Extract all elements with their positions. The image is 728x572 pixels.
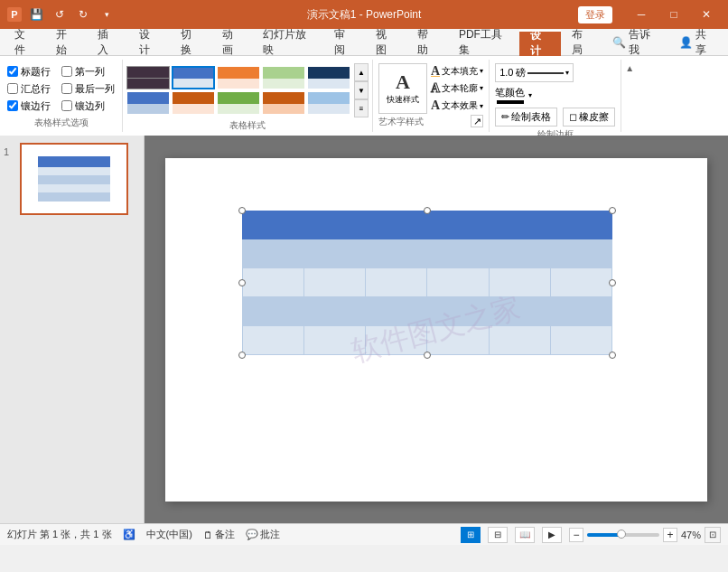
checkbox-header-row[interactable]: 标题行 [7,65,51,79]
zoom-level[interactable]: 47% [681,530,701,540]
gallery-item-5[interactable] [307,66,350,89]
close-button[interactable]: ✕ [692,5,721,23]
gallery-row: ▲ ▼ ≡ [126,63,369,117]
checkbox-banded-cols[interactable]: 镶边列 [61,99,105,113]
thickness-selector[interactable]: 1.0 磅 ▾ [495,63,574,82]
notes-icon: 🗒 [203,530,213,540]
share-button[interactable]: 👤 共享 [668,29,724,55]
total-row-checkbox[interactable] [7,83,18,94]
handle-bottom-left[interactable] [238,352,246,359]
window-title: 演示文稿1 - PowerPoint [307,7,422,23]
search-icon: 🔍 [612,36,626,49]
banded-cols-checkbox[interactable] [61,100,72,111]
notes-button[interactable]: 🗒 备注 [203,528,235,541]
handle-top-left[interactable] [238,207,246,214]
quick-styles-button[interactable]: A 快速样式 [378,63,427,114]
slide-table[interactable] [242,211,612,355]
tab-animations[interactable]: 动画 [211,29,253,55]
checkbox-last-col[interactable]: 最后一列 [61,82,115,96]
reading-view-button[interactable]: 📖 [515,527,535,543]
zoom-in-button[interactable]: + [663,528,677,542]
checkbox-banded-rows[interactable]: 镶边行 [7,99,51,113]
mini-table-preview [38,156,110,202]
draw-border-group: 1.0 磅 ▾ 笔颜色 ▾ ✏ 绘制表格 ◻ [490,60,621,132]
redo-button[interactable]: ↻ [74,5,92,23]
gallery-item-8[interactable] [217,91,260,115]
tab-review[interactable]: 审阅 [323,29,365,55]
gallery-scroll-down[interactable]: ▼ [354,81,369,99]
collapse-icon: ▲ [625,63,634,73]
comments-icon: 💬 [246,529,258,540]
pen-color-button[interactable]: 笔颜色 [495,86,525,104]
gallery-item-2[interactable] [172,66,215,89]
art-styles-expand-icon[interactable]: ↗ [471,115,483,127]
maximize-button[interactable]: □ [659,5,688,23]
undo-button[interactable]: ↺ [51,5,69,23]
table-styles-gallery-group: ▲ ▼ ≡ 表格样式 [123,60,373,132]
gallery-scroll-up[interactable]: ▲ [354,63,369,81]
handle-bottom-middle[interactable] [424,352,431,359]
gallery-item-3[interactable] [217,66,260,89]
ribbon-collapse-button[interactable]: ▲ [621,60,638,132]
tell-me-button[interactable]: 🔍 告诉我 [602,29,667,55]
tab-design[interactable]: 设计 [128,29,170,55]
tab-table-design[interactable]: 设计 [519,30,561,56]
gallery-expand[interactable]: ≡ [354,99,369,117]
slide-thumbnail[interactable] [20,143,128,215]
tab-help[interactable]: 帮助 [406,29,448,55]
handle-top-right[interactable] [609,207,616,214]
tab-transitions[interactable]: 切换 [170,29,211,55]
language-indicator[interactable]: 中文(中国) [146,528,192,541]
zoom-out-button[interactable]: − [569,528,583,542]
tab-table-layout[interactable]: 布局 [561,29,602,55]
table-style-options-label: 表格样式选项 [7,115,115,129]
login-button[interactable]: 登录 [578,6,612,23]
tab-insert[interactable]: 插入 [87,29,128,55]
text-fill-button[interactable]: A 文本填充 ▾ [431,64,483,79]
zoom-slider[interactable] [587,533,659,537]
gallery-item-9[interactable] [262,91,305,115]
text-effects-button[interactable]: A 文本效果 ▾ [431,98,483,113]
tab-file[interactable]: 文件 [4,29,45,55]
first-col-checkbox[interactable] [61,66,72,77]
checkbox-total-row[interactable]: 汇总行 [7,82,51,96]
gallery-item-1[interactable] [126,66,170,89]
gallery-grid [126,66,350,115]
pen-color-dropdown[interactable]: ▾ [528,91,532,99]
comments-button[interactable]: 💬 批注 [246,528,280,541]
fit-to-window-button[interactable]: ⊡ [705,527,721,543]
text-outline-button[interactable]: A 文本轮廓 ▾ [431,81,483,96]
last-col-checkbox[interactable] [61,83,72,94]
banded-rows-checkbox[interactable] [7,100,18,111]
person-icon: 👤 [679,36,693,49]
tab-slideshow[interactable]: 幻灯片放映 [252,29,323,55]
minimize-button[interactable]: ─ [627,5,656,23]
tab-pdf-tools[interactable]: PDF工具集 [448,29,519,55]
draw-table-button[interactable]: ✏ 绘制表格 [495,108,557,127]
normal-view-button[interactable]: ⊞ [461,527,481,543]
slide-canvas[interactable]: 软件图文之家 [165,158,707,502]
thickness-arrow: ▾ [565,69,569,77]
checkbox-first-col[interactable]: 第一列 [61,65,105,79]
gallery-item-6[interactable] [126,91,170,115]
customize-qat-button[interactable]: ▾ [98,5,116,23]
table-wrapper[interactable] [242,211,612,355]
art-styles-content: A 快速样式 A 文本填充 ▾ A 文本轮廓 ▾ A 文本效果 ▾ [378,63,483,114]
save-button[interactable]: 💾 [27,5,45,23]
handle-middle-right[interactable] [609,279,616,286]
gallery-item-4[interactable] [262,66,305,89]
slide-sorter-button[interactable]: ⊟ [488,527,508,543]
handle-top-middle[interactable] [424,207,431,214]
slide-thumbnail-container: 1 [4,143,140,215]
art-styles-footer: 艺术字样式 ↗ [378,114,483,128]
tab-home[interactable]: 开始 [45,29,87,55]
eraser-button[interactable]: ◻ 橡皮擦 [563,108,615,127]
header-row-checkbox[interactable] [7,66,18,77]
accessibility-icon[interactable]: ♿ [123,529,135,540]
handle-middle-left[interactable] [238,279,246,286]
gallery-item-7[interactable] [172,91,215,115]
handle-bottom-right[interactable] [609,352,616,359]
gallery-item-10[interactable] [307,91,350,115]
slideshow-view-button[interactable]: ▶ [542,527,562,543]
tab-view[interactable]: 视图 [365,29,406,55]
